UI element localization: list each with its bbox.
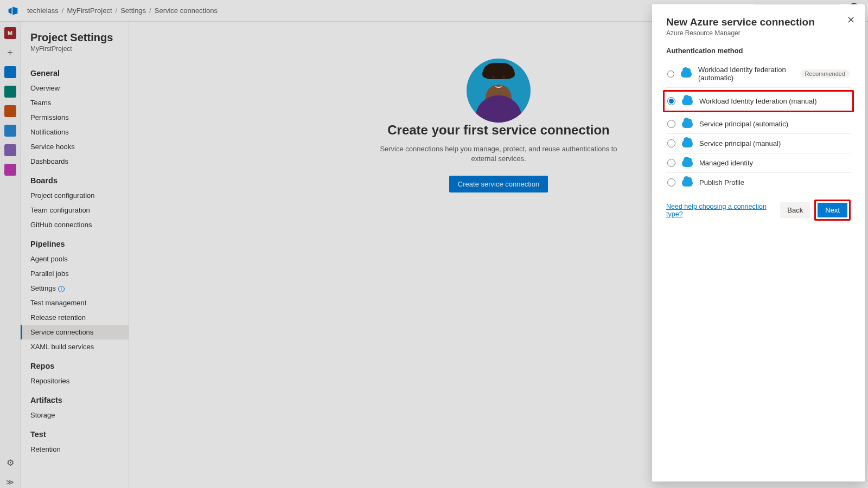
cloud-icon [681, 70, 692, 78]
auth-option-radio[interactable] [667, 70, 674, 78]
auth-option-radio[interactable] [667, 139, 675, 147]
sidebar-group-header: Boards [21, 169, 129, 188]
sidebar-item-service-hooks[interactable]: Service hooks [21, 139, 129, 154]
sidebar-item-teams[interactable]: Teams [21, 95, 129, 110]
recommended-badge: Recommended [800, 69, 850, 78]
create-service-connection-button[interactable]: Create service connection [449, 176, 548, 192]
auth-option-radio[interactable] [667, 178, 675, 187]
repos-hub-icon[interactable] [4, 105, 16, 117]
auth-option-service-principal-automatic-[interactable]: Service principal (automatic) [666, 114, 851, 134]
sidebar-group-header: General [21, 61, 129, 81]
sidebar-project-name: MyFirstProject [21, 45, 129, 61]
sidebar-item-test-management[interactable]: Test management [21, 296, 129, 310]
back-button[interactable]: Back [780, 202, 810, 218]
sidebar-group-header: Test [21, 422, 129, 442]
overview-hub-icon[interactable] [4, 66, 16, 78]
cloud-icon [682, 98, 693, 105]
testplans-hub-icon[interactable] [4, 144, 16, 156]
auth-option-label: Managed identity [699, 159, 753, 167]
highlighted-next-box: Next [814, 200, 851, 221]
auth-method-heading: Authentication method [666, 47, 851, 55]
sidebar-item-project-configuration[interactable]: Project configuration [21, 188, 129, 203]
empty-state-title: Create your first service connection [387, 123, 609, 138]
sidebar-item-notifications[interactable]: Notifications [21, 125, 129, 139]
empty-state-illustration [467, 59, 531, 123]
sidebar-item-storage[interactable]: Storage [21, 408, 129, 422]
sidebar-item-service-connections[interactable]: Service connections [21, 325, 129, 339]
next-button[interactable]: Next [818, 203, 847, 217]
sidebar-item-repositories[interactable]: Repositories [21, 374, 129, 388]
artifacts-hub-icon[interactable] [4, 164, 16, 176]
cloud-icon [682, 120, 693, 128]
cloud-icon [682, 159, 693, 167]
help-choosing-link[interactable]: Need help choosing a connection type? [666, 203, 780, 218]
auth-option-radio[interactable] [667, 97, 675, 105]
breadcrumb-page[interactable]: Service connections [155, 7, 218, 15]
collapse-rail-icon[interactable]: ≫ [4, 476, 16, 488]
sidebar-item-team-configuration[interactable]: Team configuration [21, 203, 129, 217]
auth-option-radio[interactable] [667, 120, 675, 128]
auth-option-managed-identity[interactable]: Managed identity [666, 153, 851, 173]
sidebar-group-header: Repos [21, 354, 129, 374]
highlighted-option-box: Workload Identity federation (manual) [663, 90, 854, 112]
pipelines-hub-icon[interactable] [4, 125, 16, 137]
panel-title: New Azure service connection [666, 16, 851, 28]
auth-option-publish-profile[interactable]: Publish Profile [666, 173, 851, 192]
sidebar-item-parallel-jobs[interactable]: Parallel jobs [21, 266, 129, 281]
auth-option-label: Workload Identity federation (automatic) [698, 66, 794, 82]
auth-option-label: Workload Identity federation (manual) [699, 97, 817, 105]
breadcrumb-section[interactable]: Settings [120, 7, 146, 15]
sidebar-group-header: Artifacts [21, 388, 129, 408]
sidebar-item-agent-pools[interactable]: Agent pools [21, 252, 129, 266]
new-service-connection-panel: ✕ New Azure service connection Azure Res… [652, 4, 865, 481]
cloud-icon [682, 179, 693, 187]
auth-option-label: Service principal (automatic) [699, 120, 788, 128]
empty-state-description: Service connections help you manage, pro… [379, 144, 618, 164]
panel-subtitle: Azure Resource Manager [666, 29, 851, 37]
cloud-icon [682, 140, 693, 147]
auth-option-service-principal-manual-[interactable]: Service principal (manual) [666, 134, 851, 153]
add-project-icon[interactable]: + [4, 47, 16, 59]
sidebar-item-dashboards[interactable]: Dashboards [21, 154, 129, 169]
auth-option-workload-identity-federation-manual-[interactable]: Workload Identity federation (manual) [666, 92, 851, 111]
project-settings-icon[interactable]: ⚙ [4, 457, 16, 468]
breadcrumb-project[interactable]: MyFirstProject [67, 7, 112, 15]
auth-option-label: Publish Profile [699, 178, 744, 187]
sidebar-item-permissions[interactable]: Permissions [21, 110, 129, 125]
sidebar-item-overview[interactable]: Overview [21, 81, 129, 95]
info-icon: i [58, 286, 65, 292]
sidebar-item-release-retention[interactable]: Release retention [21, 310, 129, 325]
auth-option-radio[interactable] [667, 159, 675, 167]
sidebar-item-retention[interactable]: Retention [21, 442, 129, 457]
auth-option-workload-identity-federation-automatic-[interactable]: Workload Identity federation (automatic)… [666, 60, 851, 88]
project-tile[interactable]: M [4, 27, 16, 39]
sidebar-group-header: Pipelines [21, 232, 129, 252]
settings-sidebar: Project Settings MyFirstProject GeneralO… [21, 22, 129, 488]
auth-option-label: Service principal (manual) [699, 139, 781, 147]
sidebar-item-settings[interactable]: Settingsi [21, 281, 129, 296]
sidebar-title: Project Settings [21, 31, 129, 45]
boards-hub-icon[interactable] [4, 86, 16, 98]
left-rail: M + ⚙ ≫ [0, 22, 21, 488]
breadcrumb-org[interactable]: techielass [27, 7, 59, 15]
breadcrumb: techielass/ MyFirstProject/ Settings/ Se… [27, 7, 218, 15]
azure-devops-logo-icon[interactable] [7, 4, 20, 17]
sidebar-item-github-connections[interactable]: GitHub connections [21, 217, 129, 232]
close-panel-button[interactable]: ✕ [847, 14, 855, 26]
sidebar-item-xaml-build-services[interactable]: XAML build services [21, 339, 129, 354]
